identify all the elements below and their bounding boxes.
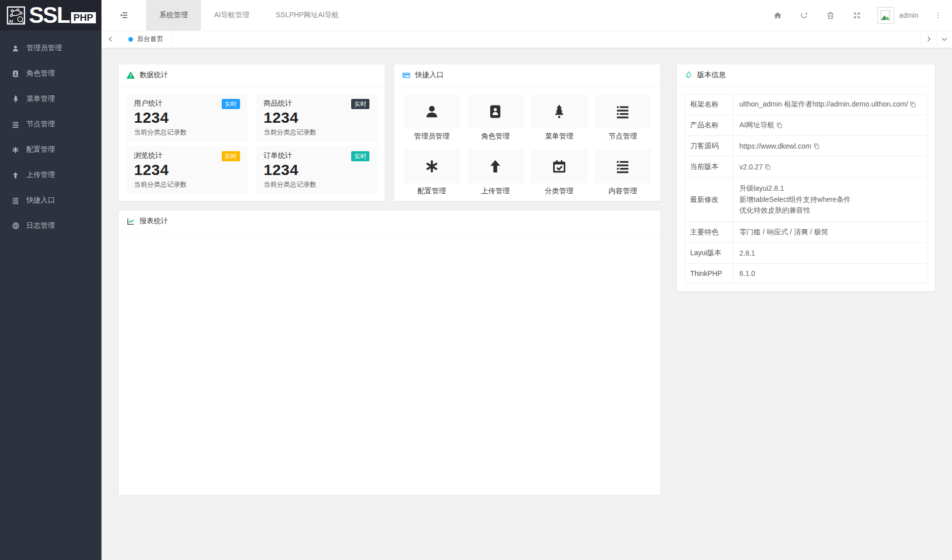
quick-item-label: 管理员管理: [403, 132, 460, 141]
sidebar-item-shortcut[interactable]: 快捷入口: [0, 188, 101, 213]
sidebar-item-log[interactable]: 日志管理: [0, 213, 101, 238]
user-icon: [11, 45, 20, 52]
row-label: 刀客源码: [685, 136, 733, 157]
stat-desc: 当前分类总记录数: [134, 180, 240, 189]
sidebar-item-label: 日志管理: [26, 221, 55, 230]
brand-php: PHP: [71, 12, 96, 23]
ai-chip-icon: AI: [7, 6, 25, 25]
version-card: 版本信息 框架名称 ulthon_admin 框架作者http://admin.…: [676, 64, 935, 292]
nav-tab-system[interactable]: 系统管理: [146, 0, 201, 30]
quick-item-role[interactable]: 角色管理: [467, 95, 524, 142]
sidebar-item-upload[interactable]: 上传管理: [0, 162, 101, 188]
sidebar-item-menu[interactable]: 菜单管理: [0, 86, 101, 112]
stats-grid: 用户统计 1234 当前分类总记录数 实时 商品统计 1234 当前分类总记录数…: [119, 86, 385, 201]
broken-image-icon: [879, 9, 892, 21]
asterisk-icon: [403, 150, 460, 183]
avatar[interactable]: [877, 7, 894, 24]
list-icon: [11, 197, 20, 204]
brand-text: SSL PHP: [29, 7, 96, 24]
stat-desc: 当前分类总记录数: [264, 180, 370, 189]
nav-tab-sslphp-nav[interactable]: SSLPHP网址AI导航: [262, 0, 352, 30]
quick-item-admin[interactable]: 管理员管理: [403, 95, 460, 142]
status-badge: 实时: [222, 151, 240, 161]
tabs-scroll-left-icon[interactable]: [101, 30, 120, 48]
role-icon: [11, 70, 20, 78]
nav-tab-ai-nav[interactable]: AI导航管理: [201, 0, 262, 30]
sidebar-item-admin[interactable]: 管理员管理: [0, 36, 101, 61]
row-value: 6.1.0: [739, 269, 755, 277]
sidebar-item-config[interactable]: 配置管理: [0, 137, 101, 162]
table-row: 主要特色 零门槛 / 响应式 / 清爽 / 极简: [685, 222, 927, 243]
copy-icon[interactable]: [813, 143, 820, 150]
quick-item-label: 分类管理: [531, 187, 588, 196]
row-value: v2.0.27: [739, 163, 763, 171]
list-icon: [595, 150, 652, 183]
app-logo[interactable]: AI SSL PHP: [0, 0, 101, 30]
tree-icon: [11, 95, 20, 103]
version-card-title: 版本信息: [697, 71, 726, 80]
quick-card-title: 快捷入口: [415, 71, 444, 80]
collapse-sidebar-icon[interactable]: [101, 0, 146, 30]
tabs-scroll-right-icon[interactable]: [921, 30, 936, 48]
quick-item-label: 角色管理: [467, 132, 524, 141]
stat-value: 1234: [264, 109, 370, 126]
row-label: 当前版本: [685, 157, 733, 178]
refresh-icon[interactable]: [791, 0, 818, 30]
stats-card-title: 数据统计: [140, 71, 168, 80]
quick-item-upload[interactable]: 上传管理: [467, 150, 524, 196]
copy-icon[interactable]: [776, 122, 783, 129]
report-chart-area: [119, 232, 660, 495]
table-row: 最新修改 升级layui2.8.1 新增tableSelect组件支持where…: [685, 178, 927, 222]
active-tab-dot: [128, 37, 133, 42]
sidebar-item-label: 角色管理: [26, 69, 55, 78]
stat-value: 1234: [264, 161, 370, 179]
fullscreen-icon[interactable]: [844, 0, 870, 30]
sidebar-item-role[interactable]: 角色管理: [0, 61, 101, 86]
quick-item-menu[interactable]: 菜单管理: [531, 95, 588, 142]
row-label: 主要特色: [685, 222, 733, 243]
flame-icon: [685, 71, 693, 79]
calendar-check-icon: [531, 150, 588, 183]
upload-icon: [467, 150, 524, 183]
quick-item-node[interactable]: 节点管理: [595, 95, 652, 142]
sidebar-item-label: 菜单管理: [26, 94, 55, 103]
globe-icon: [11, 222, 20, 230]
sidebar-item-label: 管理员管理: [26, 44, 62, 53]
copy-icon[interactable]: [909, 101, 916, 108]
tabs-dropdown-icon[interactable]: [936, 30, 952, 48]
row-value: ulthon_admin 框架作者http://admin.demo.ultho…: [739, 100, 908, 109]
more-menu-icon[interactable]: [929, 0, 947, 30]
sidebar-item-node[interactable]: 节点管理: [0, 112, 101, 137]
stat-box-goods: 商品统计 1234 当前分类总记录数 实时: [256, 94, 378, 142]
row-value: 2.8.1: [739, 249, 755, 257]
quick-item-category[interactable]: 分类管理: [531, 150, 588, 196]
username[interactable]: admin: [899, 11, 919, 19]
quick-item-label: 节点管理: [595, 132, 652, 141]
home-icon[interactable]: [765, 0, 791, 30]
stat-value: 1234: [134, 109, 240, 126]
row-label: 产品名称: [685, 115, 733, 136]
brand-ssl: SSL: [29, 7, 70, 24]
stats-card-header: 数据统计: [119, 64, 385, 86]
tab-home[interactable]: 后台首页: [120, 30, 172, 48]
user-icon: [403, 95, 460, 128]
table-row: ThinkPHP 6.1.0: [685, 264, 927, 284]
row-value: AI网址导航: [739, 121, 774, 130]
quick-item-config[interactable]: 配置管理: [403, 150, 460, 196]
stat-desc: 当前分类总记录数: [134, 128, 240, 137]
version-card-header: 版本信息: [677, 64, 935, 86]
line-chart-icon: [126, 217, 135, 226]
list-icon: [11, 121, 20, 128]
status-badge: 实时: [351, 99, 369, 109]
copy-icon[interactable]: [764, 163, 771, 170]
quick-item-content[interactable]: 内容管理: [595, 150, 652, 196]
role-icon: [467, 95, 524, 128]
status-badge: 实时: [351, 151, 369, 161]
trash-icon[interactable]: [818, 0, 844, 30]
table-row: 当前版本 v2.0.27: [685, 157, 927, 178]
report-card-title: 报表统计: [140, 217, 168, 226]
stat-box-orders: 订单统计 1234 当前分类总记录数 实时: [256, 146, 378, 194]
tabbar-controls: [921, 30, 952, 48]
tab-home-label: 后台首页: [137, 34, 163, 44]
main-content: 数据统计 用户统计 1234 当前分类总记录数 实时 商品统计 1234 当前分…: [101, 48, 952, 560]
